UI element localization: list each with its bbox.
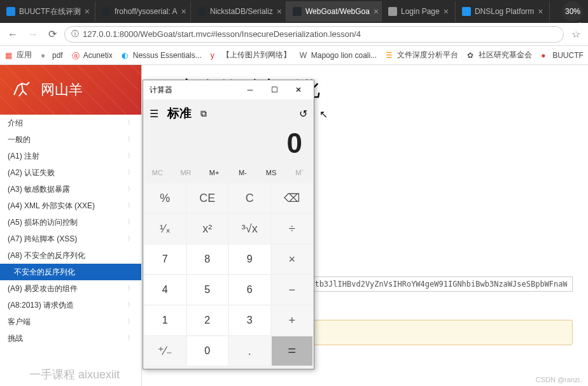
- bookmark-item[interactable]: WMapogo lion coali...: [300, 51, 377, 60]
- chevron-right-icon: 〉: [127, 152, 134, 161]
- calc-key-.[interactable]: .: [229, 336, 270, 366]
- browser-tab[interactable]: NickstaDB/Serializ×: [191, 1, 286, 22]
- calc-key-¹⁄ₓ[interactable]: ¹⁄ₓ: [144, 214, 186, 243]
- browser-tab[interactable]: frohoff/ysoserial: A×: [95, 1, 191, 22]
- sidebar-menu-item[interactable]: (A4) XML 外部实体 (XXE)〉: [0, 197, 141, 214]
- footer-text: 一手课程 aixuexiit: [29, 367, 120, 382]
- tab-favicon: [197, 7, 206, 16]
- pin-icon[interactable]: ⧉: [200, 108, 207, 119]
- maximize-button[interactable]: ☐: [263, 81, 286, 99]
- tab-close-icon[interactable]: ×: [444, 6, 449, 17]
- calc-key-=[interactable]: =: [272, 336, 313, 366]
- tab-close-icon[interactable]: ×: [85, 6, 90, 17]
- menu-label: (A2) 认证失败: [8, 168, 55, 178]
- menu-label: 一般的: [8, 134, 31, 145]
- calc-key-+[interactable]: +: [272, 306, 313, 335]
- calc-key-9[interactable]: 9: [229, 245, 270, 274]
- bookmark-icon: y: [211, 51, 220, 60]
- calc-key-³√x[interactable]: ³√x: [229, 214, 270, 243]
- tab-label: WebGoat/WebGoa: [305, 7, 370, 16]
- calc-key-x²[interactable]: x²: [187, 214, 228, 243]
- sidebar-menu-item[interactable]: (A9) 易受攻击的组件〉: [0, 280, 141, 297]
- sidebar-menu-item[interactable]: (A5) 损坏的访问控制〉: [0, 214, 141, 231]
- calc-key-%[interactable]: %: [144, 183, 186, 213]
- sidebar-menu-item[interactable]: 客户端〉: [0, 313, 141, 330]
- chevron-right-icon: 〉: [127, 185, 134, 194]
- calc-key-3[interactable]: 3: [229, 306, 270, 335]
- sidebar-menu-item[interactable]: 不安全的反序列化: [0, 264, 141, 280]
- browser-tab[interactable]: WebGoat/WebGoa×: [286, 1, 382, 22]
- sidebar-menu-item[interactable]: (A1) 注射〉: [0, 148, 141, 164]
- calculator-window[interactable]: 计算器 ─ ☐ ✕ ☰ 标准 ⧉ ↺ 0 MCMRM+M-MSMˇ %CEC⌫¹…: [143, 80, 314, 369]
- url-input[interactable]: ⓘ 127.0.0.1:8000/WebGoat/start.mvc#lesso…: [64, 26, 564, 43]
- sidebar-menu-item[interactable]: 一般的〉: [0, 131, 141, 148]
- reload-button[interactable]: ⟳: [46, 27, 59, 41]
- calc-titlebar[interactable]: 计算器 ─ ☐ ✕: [143, 80, 314, 99]
- bookmark-item[interactable]: ☰文件深度分析平台: [386, 50, 458, 61]
- calc-mem-button[interactable]: MS: [257, 163, 286, 182]
- browser-tab[interactable]: DNSLog Platform×: [456, 1, 550, 22]
- calc-key-×[interactable]: ×: [272, 245, 313, 274]
- chevron-right-icon: 〉: [127, 135, 134, 144]
- tab-close-icon[interactable]: ×: [374, 6, 379, 17]
- calc-mem-button[interactable]: M-: [228, 163, 257, 182]
- sidebar-menu-item[interactable]: (A2) 认证失败〉: [0, 164, 141, 181]
- bookmark-item[interactable]: ⓐAcunetix: [72, 51, 113, 60]
- menu-label: (A1) 注射: [8, 151, 39, 162]
- watermark: CSDN @ranzi.: [536, 376, 582, 383]
- sidebar-menu-item[interactable]: (A8:2013) 请求伪造〉: [0, 297, 141, 313]
- browser-tab[interactable]: Login Page×: [382, 1, 456, 22]
- bookmark-icon: ☰: [386, 51, 395, 60]
- hamburger-icon[interactable]: ☰: [150, 108, 158, 120]
- tab-label: Login Page: [401, 7, 440, 16]
- menu-label: (A5) 损坏的访问控制: [8, 217, 78, 228]
- sidebar-menu-item[interactable]: 介绍〉: [0, 115, 141, 131]
- calc-mem-button[interactable]: M+: [200, 163, 228, 182]
- sidebar: 网山羊 介绍〉一般的〉(A1) 注射〉(A2) 认证失败〉(A3) 敏感数据暴露…: [0, 65, 142, 386]
- tab-close-icon[interactable]: ×: [538, 6, 543, 17]
- calc-key-6[interactable]: 6: [229, 275, 270, 304]
- sidebar-menu-item[interactable]: 挑战〉: [0, 330, 141, 347]
- back-button[interactable]: ←: [5, 27, 20, 41]
- tab-favicon: [462, 7, 471, 16]
- browser-tab[interactable]: BUUCTF在线评测×: [0, 1, 95, 22]
- calc-key-−[interactable]: −: [272, 275, 313, 304]
- tab-close-icon[interactable]: ×: [181, 6, 186, 17]
- calc-key-⁺⁄₋[interactable]: ⁺⁄₋: [144, 336, 186, 366]
- calc-key-0[interactable]: 0: [187, 336, 228, 366]
- bookmark-item[interactable]: ▦应用: [5, 50, 32, 61]
- calc-key-C[interactable]: C: [229, 183, 270, 213]
- calc-mem-button: MC: [143, 163, 172, 182]
- minimize-button[interactable]: ─: [239, 81, 262, 99]
- calc-key-CE[interactable]: CE: [187, 183, 228, 213]
- calc-key-÷[interactable]: ÷: [272, 214, 313, 243]
- calc-key-7[interactable]: 7: [144, 245, 186, 274]
- bookmark-item[interactable]: ✿社区研究基金会: [467, 50, 532, 61]
- calc-key-2[interactable]: 2: [187, 306, 228, 335]
- menu-label: 不安全的反序列化: [14, 267, 75, 278]
- chevron-right-icon: 〉: [127, 118, 134, 127]
- site-info-icon[interactable]: ⓘ: [71, 29, 79, 39]
- calc-mem-button: Mˇ: [285, 163, 314, 182]
- bookmark-item[interactable]: ◐Nessus Essentials...: [122, 51, 202, 60]
- sidebar-menu-item[interactable]: (A8) 不安全的反序列化: [0, 247, 141, 264]
- sidebar-menu-item[interactable]: (A3) 敏感数据暴露〉: [0, 181, 141, 197]
- calc-key-1[interactable]: 1: [144, 306, 186, 335]
- calc-key-4[interactable]: 4: [144, 275, 186, 304]
- bookmark-item[interactable]: y【上传图片到网络】: [211, 50, 291, 61]
- close-button[interactable]: ✕: [287, 81, 310, 99]
- app-logo[interactable]: 网山羊: [0, 65, 141, 115]
- tab-close-icon[interactable]: ×: [277, 6, 282, 17]
- bookmark-item[interactable]: ●pdf: [41, 51, 63, 60]
- calc-key-8[interactable]: 8: [187, 245, 228, 274]
- calc-key-⌫[interactable]: ⌫: [272, 183, 313, 213]
- history-icon[interactable]: ↺: [299, 108, 307, 120]
- bookmark-label: 【上传图片到网络】: [222, 50, 291, 61]
- menu-label: (A8:2013) 请求伪造: [8, 300, 74, 311]
- calc-key-5[interactable]: 5: [187, 275, 228, 304]
- calc-mode-label[interactable]: 标准: [167, 105, 192, 122]
- forward-button[interactable]: →: [25, 27, 41, 41]
- sidebar-menu-item[interactable]: (A7) 跨站脚本 (XSS)〉: [0, 231, 141, 247]
- bookmark-item[interactable]: ●BUUCTF: [541, 51, 584, 60]
- bookmark-icon: ◐: [122, 51, 130, 60]
